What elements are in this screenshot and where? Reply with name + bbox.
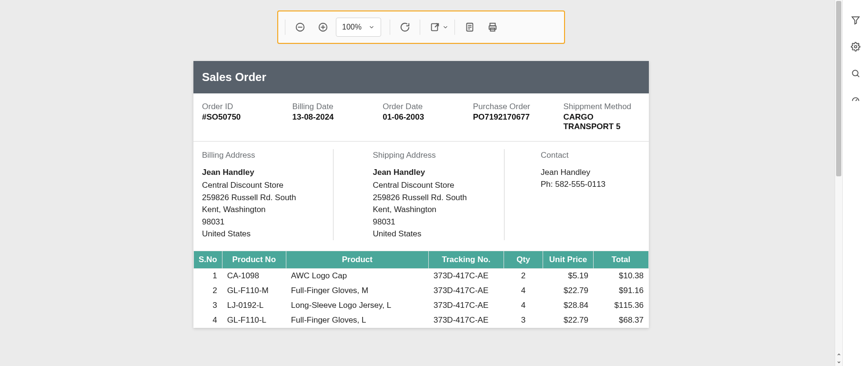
filter-icon xyxy=(851,15,860,25)
svg-marker-13 xyxy=(852,17,859,24)
table-cell: 373D-417C-AE xyxy=(429,298,504,313)
gauge-icon xyxy=(851,95,860,105)
svg-point-15 xyxy=(852,70,858,76)
table-cell: 2 xyxy=(194,283,222,298)
report-page: Sales Order Order ID #SO50750 Billing Da… xyxy=(193,61,649,328)
order-date-label: Order Date xyxy=(383,102,460,112)
billing-address-store: Central Discount Store xyxy=(202,179,323,192)
table-cell: 3 xyxy=(194,298,222,313)
billing-address-street: 259826 Russell Rd. South xyxy=(202,192,323,204)
chevron-down-icon xyxy=(368,24,375,30)
ship-method-value: CARGO TRANSPORT 5 xyxy=(563,112,640,132)
svg-line-17 xyxy=(856,99,857,101)
shipping-address-store: Central Discount Store xyxy=(373,179,494,192)
line-items-table: S.NoProduct NoProductTracking No.QtyUnit… xyxy=(193,251,649,328)
chevron-up-icon xyxy=(837,352,841,357)
table-cell: 1 xyxy=(194,268,222,283)
table-head-5: Unit Price xyxy=(543,251,594,268)
table-head-1: Product No xyxy=(222,251,286,268)
performance-button[interactable] xyxy=(849,93,862,107)
search-button[interactable] xyxy=(849,67,862,80)
shipping-address-name: Jean Handley xyxy=(373,166,494,179)
table-row: 4GL-F110-LFull-Finger Gloves, L373D-417C… xyxy=(194,313,649,327)
contact-phone: Ph: 582-555-0113 xyxy=(541,178,640,191)
table-cell: Full-Finger Gloves, M xyxy=(286,283,428,298)
refresh-button[interactable] xyxy=(395,17,415,37)
table-cell: LJ-0192-L xyxy=(222,298,286,313)
zoom-level-select[interactable]: 100% xyxy=(336,18,381,37)
table-cell: $115.36 xyxy=(594,298,649,313)
table-head-0: S.No xyxy=(194,251,222,268)
billing-date-value: 13-08-2024 xyxy=(293,112,370,122)
filter-button[interactable] xyxy=(849,13,862,27)
table-cell: AWC Logo Cap xyxy=(286,268,428,283)
table-row: 3LJ-0192-LLong-Sleeve Logo Jersey, L373D… xyxy=(194,298,649,313)
order-details-row: Order ID #SO50750 Billing Date 13-08-202… xyxy=(193,93,649,142)
shipping-address: Shipping Address Jean Handley Central Di… xyxy=(333,149,504,240)
table-cell: $22.79 xyxy=(543,283,594,298)
table-cell: 373D-417C-AE xyxy=(429,283,504,298)
zoom-level-value: 100% xyxy=(342,23,362,31)
table-head-6: Total xyxy=(594,251,649,268)
vertical-scrollbar[interactable] xyxy=(835,0,842,366)
table-head-3: Tracking No. xyxy=(429,251,504,268)
order-date-value: 01-06-2003 xyxy=(383,112,460,122)
search-icon xyxy=(851,69,860,78)
contact-name: Jean Handley xyxy=(541,166,640,179)
table-cell: 4 xyxy=(504,298,543,313)
table-cell: $91.16 xyxy=(594,283,649,298)
settings-button[interactable] xyxy=(849,40,862,53)
table-cell: GL-F110-M xyxy=(222,283,286,298)
document-view-button[interactable] xyxy=(460,17,480,37)
table-cell: 4 xyxy=(194,313,222,327)
minus-circle-icon xyxy=(295,22,305,32)
shipping-address-country: United States xyxy=(373,228,494,240)
table-cell: 4 xyxy=(504,283,543,298)
billing-date-label: Billing Date xyxy=(293,102,370,112)
order-id-label: Order ID xyxy=(202,102,279,112)
report-title: Sales Order xyxy=(193,61,649,93)
table-row: 1CA-1098AWC Logo Cap373D-417C-AE2$5.19$1… xyxy=(194,268,649,283)
table-head-4: Qty xyxy=(504,251,543,268)
scroll-down-arrow[interactable] xyxy=(835,358,842,366)
address-row: Billing Address Jean Handley Central Dis… xyxy=(193,142,649,251)
chevron-down-icon xyxy=(442,24,449,30)
refresh-icon xyxy=(400,22,410,32)
table-cell: Long-Sleeve Logo Jersey, L xyxy=(286,298,428,313)
table-cell: $10.38 xyxy=(594,268,649,283)
zoom-out-button[interactable] xyxy=(290,17,310,37)
scroll-thumb[interactable] xyxy=(836,1,841,176)
svg-line-16 xyxy=(857,75,859,77)
table-cell: 3 xyxy=(504,313,543,327)
print-button[interactable] xyxy=(483,17,503,37)
report-toolbar: 100% xyxy=(277,10,565,44)
table-cell: $22.79 xyxy=(543,313,594,327)
table-cell: $68.37 xyxy=(594,313,649,327)
plus-circle-icon xyxy=(318,22,328,32)
gear-icon xyxy=(851,42,860,51)
table-cell: $28.84 xyxy=(543,298,594,313)
export-dropdown-toggle[interactable] xyxy=(441,17,450,37)
chevron-down-icon xyxy=(837,360,841,365)
svg-rect-5 xyxy=(432,24,438,31)
po-value: PO7192170677 xyxy=(473,112,550,122)
table-head-2: Product xyxy=(286,251,428,268)
table-cell: GL-F110-L xyxy=(222,313,286,327)
export-icon xyxy=(430,22,440,32)
table-cell: 373D-417C-AE xyxy=(429,268,504,283)
table-cell: 373D-417C-AE xyxy=(429,313,504,327)
shipping-address-zip: 98031 xyxy=(373,216,494,228)
contact-title: Contact xyxy=(541,149,640,162)
contact-block: Contact Jean Handley Ph: 582-555-0113 xyxy=(505,149,640,240)
scroll-up-arrow[interactable] xyxy=(835,351,842,358)
document-icon xyxy=(464,22,475,32)
shipping-address-street: 259826 Russell Rd. South xyxy=(373,192,494,204)
billing-address: Billing Address Jean Handley Central Dis… xyxy=(202,149,333,240)
billing-address-zip: 98031 xyxy=(202,216,323,228)
table-row: 2GL-F110-MFull-Finger Gloves, M373D-417C… xyxy=(194,283,649,298)
po-label: Purchase Order xyxy=(473,102,550,112)
report-viewer-area: 100% Sales Order Order ID xyxy=(0,0,842,366)
table-cell: $5.19 xyxy=(543,268,594,283)
zoom-in-button[interactable] xyxy=(313,17,333,37)
billing-address-name: Jean Handley xyxy=(202,166,323,179)
